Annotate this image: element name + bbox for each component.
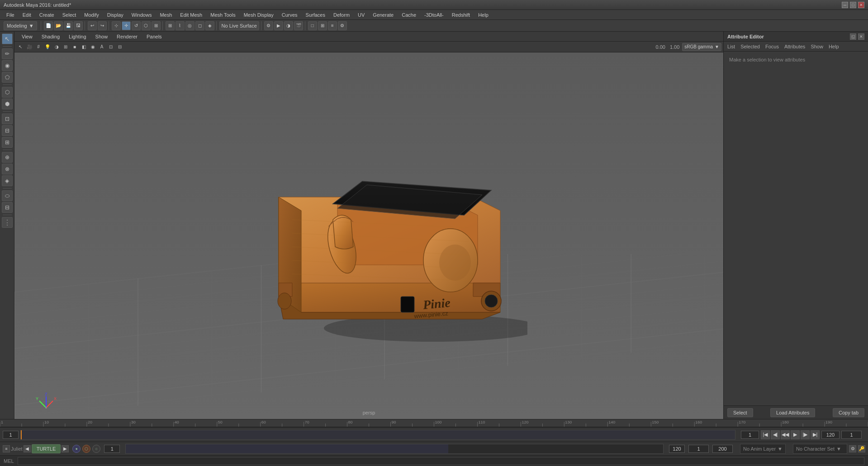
loop-select-lt[interactable]: ⊡: [2, 113, 13, 124]
redo-button[interactable]: ↪: [98, 21, 107, 30]
timeline-ruler-canvas[interactable]: [0, 419, 868, 427]
anim-layer-dropdown[interactable]: No Anim Layer ▼: [740, 444, 786, 454]
snap-curve-button[interactable]: ⌇: [175, 21, 185, 30]
ae-tab-selected[interactable]: Selected: [740, 43, 760, 50]
layer-options-icon[interactable]: ≡: [3, 445, 10, 452]
ae-tab-help[interactable]: Help: [829, 43, 839, 50]
vp-menu-shading[interactable]: Shading: [38, 33, 63, 40]
target-weld-lt[interactable]: ⊗: [2, 164, 13, 174]
viewport-canvas[interactable]: Pinie www.pinie.cz: [14, 52, 723, 419]
attr-editor-float-button[interactable]: ◱: [850, 33, 856, 40]
vp-aa-button[interactable]: A: [98, 43, 106, 51]
menu-select[interactable]: Select: [59, 11, 80, 19]
bevel-lt[interactable]: ◈: [2, 175, 13, 186]
vp-shadows-button[interactable]: ◑: [52, 43, 61, 51]
menu-3dtoall[interactable]: -3DtoAll-: [421, 11, 447, 19]
vp-select-button[interactable]: ↖: [16, 43, 24, 51]
render-settings-button[interactable]: ⚙: [264, 21, 273, 30]
sculpt-tool-lt[interactable]: ◉: [2, 60, 13, 71]
more-tools-lt[interactable]: ⋮: [2, 217, 13, 228]
step-back-button[interactable]: ◀|: [771, 430, 780, 439]
menu-surfaces[interactable]: Surfaces: [302, 11, 329, 19]
menu-mesh-tools[interactable]: Mesh Tools: [207, 11, 239, 19]
menu-file[interactable]: File: [3, 11, 18, 19]
total-range-start-input[interactable]: [688, 445, 709, 453]
snap-surface-button[interactable]: ◻: [195, 21, 204, 30]
vp-wireframe-button[interactable]: ⊞: [62, 43, 70, 51]
viewport-container[interactable]: View Shading Lighting Show Renderer Pane…: [14, 32, 723, 419]
ring-select-lt[interactable]: ⊟: [2, 125, 13, 136]
step-forward-button[interactable]: |▶: [801, 430, 810, 439]
layer-range-end-input[interactable]: [669, 445, 685, 453]
vp-menu-panels[interactable]: Panels: [143, 33, 166, 40]
play-back-button[interactable]: ◀◀: [781, 430, 790, 439]
menu-help[interactable]: Help: [474, 11, 492, 19]
anim-icon-2[interactable]: ⬡: [82, 445, 90, 453]
quad-draw-lt[interactable]: ⊕: [2, 152, 13, 163]
menu-curves[interactable]: Curves: [278, 11, 301, 19]
minimize-button[interactable]: ─: [842, 2, 848, 8]
menu-mesh[interactable]: Mesh: [156, 11, 175, 19]
menu-redshift[interactable]: Redshift: [448, 11, 474, 19]
maximize-button[interactable]: □: [850, 2, 856, 8]
extrude-lt[interactable]: ⬢: [2, 99, 13, 109]
current-frame-input[interactable]: [3, 431, 19, 439]
layout-single-button[interactable]: □: [308, 21, 317, 30]
go-to-end-button[interactable]: ▶|: [811, 430, 820, 439]
move-tool-button[interactable]: ✛: [122, 21, 131, 30]
anim-icon-1[interactable]: ●: [72, 445, 81, 453]
copy-tab-button[interactable]: Copy tab: [833, 408, 864, 417]
multi-cut-lt[interactable]: ⊞: [2, 137, 13, 148]
range-start-input[interactable]: [741, 431, 759, 439]
vp-hud-button[interactable]: ⊟: [116, 43, 124, 51]
load-attributes-button[interactable]: Load Attributes: [770, 408, 815, 417]
attr-editor-close-button[interactable]: ✕: [858, 33, 864, 40]
select-tool-lt[interactable]: ↖: [2, 33, 13, 44]
tool-settings-button[interactable]: ⚙: [338, 21, 347, 30]
menu-create[interactable]: Create: [36, 11, 58, 19]
play-forward-button[interactable]: ▶: [791, 430, 800, 439]
vp-camera-button[interactable]: 🎥: [25, 43, 33, 51]
ipr-button[interactable]: ◑: [284, 21, 293, 30]
ae-tab-show[interactable]: Show: [811, 43, 823, 50]
save-as-button[interactable]: 🖫: [74, 21, 83, 30]
rotate-tool-button[interactable]: ↺: [132, 21, 141, 30]
char-set-options-button[interactable]: ⚙: [849, 445, 856, 452]
status-command-input[interactable]: [18, 457, 864, 465]
universal-tool-button[interactable]: ⊞: [152, 21, 161, 30]
layout-quad-button[interactable]: ⊞: [318, 21, 327, 30]
vp-grid-button[interactable]: #: [34, 43, 43, 51]
menu-deform[interactable]: Deform: [330, 11, 353, 19]
go-to-start-button[interactable]: |◀: [761, 430, 770, 439]
snap-grid-button[interactable]: ⊞: [166, 21, 175, 30]
vp-components-button[interactable]: ⊡: [107, 43, 115, 51]
ae-tab-focus[interactable]: Focus: [765, 43, 779, 50]
select-tool-button[interactable]: ⊹: [112, 21, 121, 30]
next-layer-button[interactable]: ▶: [62, 445, 69, 452]
menu-uv[interactable]: UV: [354, 11, 368, 19]
vp-menu-view[interactable]: View: [18, 33, 36, 40]
create-poly-lt[interactable]: ⬡: [2, 87, 13, 98]
vp-textured-button[interactable]: ◧: [80, 43, 88, 51]
menu-mesh-display[interactable]: Mesh Display: [240, 11, 277, 19]
timeline-ruler[interactable]: [0, 419, 868, 427]
vp-menu-renderer[interactable]: Renderer: [113, 33, 141, 40]
ae-tab-attributes[interactable]: Attributes: [784, 43, 805, 50]
vp-menu-lighting[interactable]: Lighting: [65, 33, 90, 40]
undo-button[interactable]: ↩: [88, 21, 97, 30]
select-button[interactable]: Select: [727, 408, 753, 417]
character-set-dropdown[interactable]: No Character Set ▼: [793, 444, 847, 454]
open-file-button[interactable]: 📂: [54, 21, 63, 30]
color-space-dropdown[interactable]: sRGB gamma ▼: [682, 43, 721, 51]
range-end-input[interactable]: [821, 431, 840, 439]
attr-editor-button[interactable]: ≡: [328, 21, 337, 30]
live-surface-dropdown[interactable]: No Live Surface: [219, 21, 259, 30]
timeline-track[interactable]: [20, 430, 735, 440]
paint-tool-lt[interactable]: ✏: [2, 48, 13, 59]
menu-display[interactable]: Display: [104, 11, 127, 19]
playblast-button[interactable]: 🎬: [294, 21, 303, 30]
paint-skin-lt[interactable]: ⬠: [2, 72, 13, 83]
char-set-key-button[interactable]: 🔑: [858, 445, 865, 452]
menu-windows[interactable]: Windows: [128, 11, 156, 19]
snap-live-button[interactable]: ◈: [205, 21, 214, 30]
